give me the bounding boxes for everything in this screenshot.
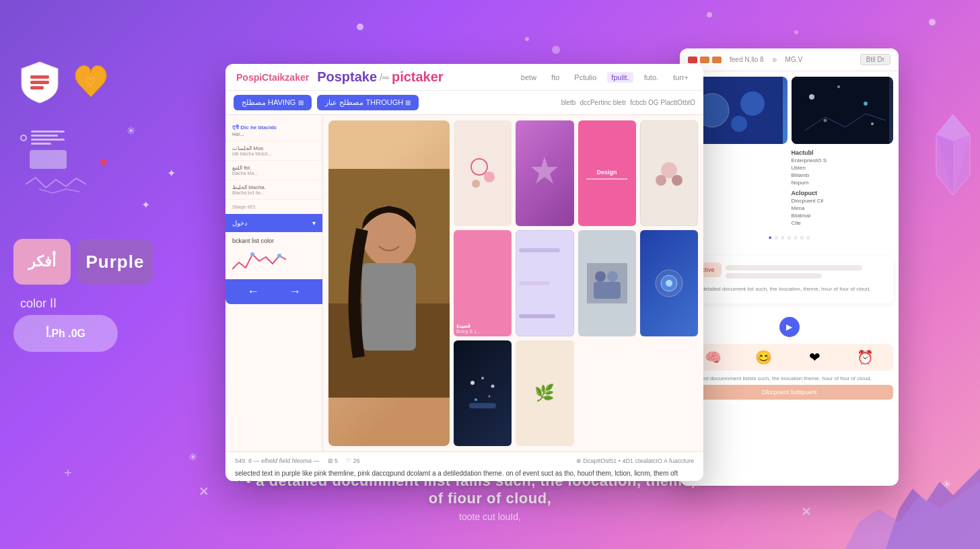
- tab-label: دخول: [232, 219, 247, 227]
- sidebar-item-2[interactable]: الجلسات Mos Idb blacha Mcbcl...: [225, 141, 322, 161]
- svg-point-5: [277, 254, 281, 258]
- svg-rect-34: [792, 77, 889, 144]
- sw-bottom-icons: 🧠 😊 ❤ ⏰: [685, 344, 893, 371]
- thumb-1[interactable]: [454, 120, 512, 226]
- sw-pagination: ● ○ ○ ○ ○ ○ ○: [685, 230, 893, 245]
- main-photo[interactable]: [328, 120, 450, 446]
- action-right: ⊕ DcapItOst51 • 4D1 ctealatcIO A fuacctu…: [576, 458, 694, 464]
- thumb-7[interactable]: [578, 230, 636, 336]
- sw-icon-red: [688, 57, 697, 63]
- sidebar-item-3[interactable]: اللتبع fbt. blacha Ma...: [225, 161, 322, 180]
- sidebar-item-1[interactable]: ट्री Dic he btacldc Hdr...: [225, 120, 322, 141]
- nav-links: betw fto Pctulio fpulit. futo. turr+: [517, 72, 693, 83]
- snowflake-4: ✳: [188, 451, 197, 464]
- thumb-4[interactable]: [640, 120, 698, 226]
- sidebar-item-4[interactable]: الخليط blacha. Blacha bct lIe...: [225, 180, 322, 200]
- sw-tag-row-1: Paltbs Betac Betac Detbo When Hactubl En…: [685, 149, 893, 226]
- color-chips-row: أفكر Purple: [13, 239, 153, 285]
- action-icon-share[interactable]: ⊞ 5: [328, 458, 339, 464]
- action-icon-heart[interactable]: ♡ 26: [346, 458, 360, 464]
- sw-content: Paltbs Betac Betac Detbo When Hactubl En…: [680, 71, 899, 250]
- btn2-icon: ⊞: [405, 99, 411, 106]
- thumb-2[interactable]: [516, 120, 573, 226]
- nav-link-pctulio[interactable]: Pctulio: [570, 72, 600, 83]
- chip-arabic-label: أفكر: [28, 253, 56, 270]
- toolbar: مصطلح HAVING ⊞ مصطلح عبار THROUGH ⊞ blet…: [225, 91, 703, 115]
- clock-icon: ⏰: [857, 349, 874, 365]
- page-dot-6: ○: [800, 234, 804, 241]
- svg-point-26: [491, 385, 495, 388]
- tab-chevron: ▾: [312, 219, 316, 227]
- sw-img-svg-2: [792, 77, 889, 144]
- cross-1: ✕: [199, 484, 209, 499]
- thumb-8[interactable]: [640, 230, 698, 336]
- svg-point-12: [484, 172, 495, 182]
- sw-card-section: active a detailed document list such, th…: [680, 250, 899, 314]
- nav-link-fto[interactable]: fto: [547, 72, 563, 83]
- window-nav: PospiCtaikzaker Posptake /═ pictaker bet…: [225, 64, 703, 91]
- thumb-3[interactable]: Design: [578, 120, 636, 226]
- svg-rect-2: [30, 86, 44, 89]
- bottom-sub-text: toote cut louId,: [245, 511, 735, 522]
- svg-rect-29: [469, 403, 496, 408]
- sw-header: feed N.llo 8 ⊕ MG.V Btil Dr: [680, 48, 899, 71]
- plus-1: +: [64, 466, 72, 481]
- nav-brand: Posptake /═ pictaker: [317, 69, 443, 85]
- snowflake-3: ✦: [141, 198, 150, 211]
- brand-left: Posptake: [317, 69, 377, 85]
- thumb-10[interactable]: 🌿: [516, 340, 573, 446]
- left-panel: ♡: [20, 54, 116, 197]
- toolbar-btn1[interactable]: مصطلح HAVING ⊞: [234, 95, 312, 110]
- hero-icons: ♡: [20, 54, 116, 110]
- thumb-svg-1: [462, 153, 503, 194]
- svg-point-23: [666, 280, 672, 287]
- thumb-svg-2: [524, 153, 565, 194]
- photo-grid: Design قصيدة Bcing B 1...: [323, 115, 703, 451]
- brand-right: pictaker: [392, 69, 444, 85]
- list-color-label: bckant list color: [232, 237, 316, 244]
- sw-tag-aclopuct: Aclopuct Dlocpuent Cil Mena Bliatmal Ctl…: [792, 190, 894, 226]
- second-window: feed N.llo 8 ⊕ MG.V Btil Dr: [680, 48, 899, 486]
- chip-arabic[interactable]: أفكر: [13, 239, 71, 285]
- thumb-5[interactable]: قصيدة Bcing B 1...: [454, 230, 512, 336]
- cross-2: ✕: [801, 505, 811, 519]
- nav-link-betw[interactable]: betw: [517, 72, 540, 83]
- heart-icon-b: ❤: [809, 349, 820, 365]
- toolbar-btn2[interactable]: مصطلح عبار THROUGH ⊞: [317, 95, 419, 110]
- sort-label-1: bletb: [561, 99, 576, 106]
- svg-point-38: [823, 119, 827, 122]
- tab-design[interactable]: دخول ▾: [225, 214, 322, 232]
- svg-rect-1: [30, 81, 49, 84]
- page-dot-2: ○: [775, 234, 778, 241]
- svg-point-28: [489, 396, 491, 398]
- sidebar-list: ट्री Dic he btacldc Hdr... الجلسات Mos I…: [225, 115, 323, 451]
- person-svg: [328, 169, 450, 398]
- chip-purple[interactable]: Purple: [77, 239, 153, 285]
- sw-card-line-1: [726, 265, 863, 270]
- person-photo: [328, 120, 450, 446]
- nav-link-fpulit[interactable]: fpulit.: [607, 72, 633, 83]
- sw-icon-orange1: [700, 57, 709, 63]
- sw-header-icon: ⊕: [772, 57, 777, 63]
- sw-card-header: active: [692, 262, 886, 281]
- brain-icon: 🧠: [705, 349, 722, 365]
- thumb-6[interactable]: [516, 230, 573, 336]
- svg-point-27: [475, 398, 477, 401]
- snowflake-1: ✳: [127, 124, 135, 137]
- sw-body-text-2: a detailed documnment liststs such, the …: [680, 375, 899, 382]
- content-grid: ट्री Dic he btacldc Hdr... الجلسات Mos I…: [225, 115, 703, 451]
- chart-area: [232, 247, 316, 274]
- sw-card-line-2: [726, 273, 823, 279]
- play-button[interactable]: ▶: [779, 317, 800, 337]
- list-color-section: bckant list color: [225, 232, 322, 279]
- thumb-9[interactable]: [454, 340, 512, 446]
- svg-point-32: [740, 92, 765, 116]
- nav-link-turr[interactable]: turr+: [669, 72, 693, 83]
- svg-point-24: [470, 381, 475, 385]
- sw-submit-btn[interactable]: Dlocpuent listbpuent: [685, 385, 893, 400]
- sw-header-btn[interactable]: Btil Dr: [860, 54, 890, 65]
- nav-link-futo[interactable]: futo.: [640, 72, 662, 83]
- color-input-chip[interactable]: أ.Ph .0G: [13, 315, 118, 352]
- sw-img-2[interactable]: [792, 77, 894, 144]
- action-tab[interactable]: ← →: [225, 279, 322, 304]
